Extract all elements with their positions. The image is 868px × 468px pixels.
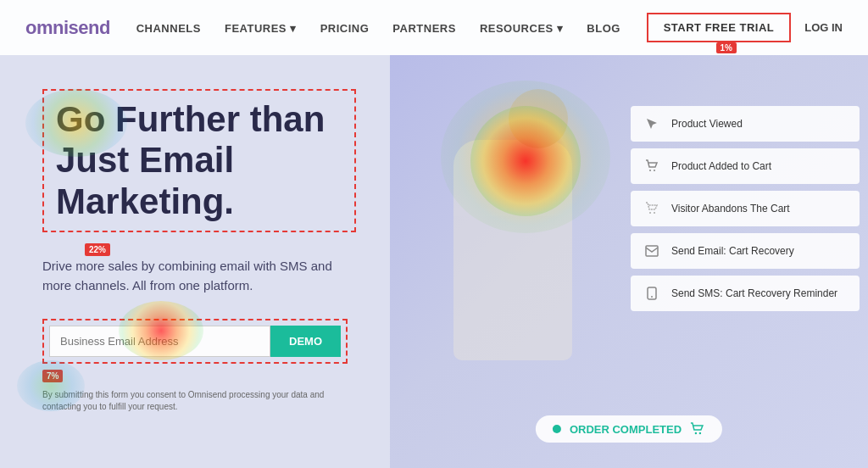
- workflow-card-2: Product Added to Cart: [631, 148, 860, 184]
- demo-button[interactable]: DEMO: [270, 326, 341, 357]
- nav-item-blog[interactable]: BLOG: [587, 20, 620, 36]
- svg-point-0: [649, 170, 651, 171]
- svg-rect-4: [646, 246, 658, 256]
- workflow-card-4: Send Email: Cart Recovery: [631, 233, 860, 269]
- nav-links: CHANNELS FEATURES ▾ PRICING PARTNERS RES…: [136, 20, 620, 36]
- workflow-label-4: Send Email: Cart Recovery: [671, 245, 794, 257]
- order-completed: ORDER COMPLETED: [536, 415, 722, 443]
- workflow-label-1: Product Viewed: [671, 118, 743, 130]
- cart-complete-icon: [690, 422, 705, 436]
- right-panel: Product Viewed Product Added to Cart Vis…: [390, 55, 868, 468]
- nav-right: START FREE TRIAL LOG IN: [647, 13, 843, 42]
- workflow-card-1: Product Viewed: [631, 106, 860, 142]
- nav-link-features[interactable]: FEATURES ▾: [225, 22, 297, 35]
- logo-highlight: send: [69, 17, 110, 38]
- nav-link-resources[interactable]: RESOURCES ▾: [480, 22, 563, 35]
- cart-add-icon: [643, 157, 661, 176]
- headline-badge: 22%: [85, 243, 110, 256]
- svg-point-3: [654, 212, 655, 214]
- svg-point-1: [654, 170, 655, 171]
- workflow-card-5: Send SMS: Cart Recovery Reminder: [631, 276, 860, 311]
- svg-point-7: [695, 432, 697, 434]
- person-area: [415, 89, 610, 428]
- trial-button[interactable]: START FREE TRIAL: [647, 13, 792, 42]
- nav-link-partners[interactable]: PARTNERS: [392, 22, 456, 35]
- email-icon: [643, 242, 661, 260]
- logo-prefix: omni: [25, 17, 69, 38]
- hero-subheadline: Drive more sales by combining email with…: [42, 256, 356, 296]
- nav-item-partners[interactable]: PARTNERS: [392, 20, 456, 36]
- heat-badge-trial: 1%: [716, 42, 737, 53]
- navbar: omnisend CHANNELS FEATURES ▾ PRICING PAR…: [0, 0, 868, 55]
- svg-point-8: [699, 432, 701, 434]
- cart-abandon-icon: [643, 199, 661, 218]
- svg-point-2: [649, 212, 651, 214]
- main-content: Go Further than Just Email Marketing. 22…: [0, 55, 868, 468]
- workflow-label-3: Visitor Abandons The Cart: [671, 203, 790, 214]
- nav-item-channels[interactable]: CHANNELS: [136, 20, 201, 36]
- workflow-card-3: Visitor Abandons The Cart: [631, 191, 860, 226]
- order-completed-label: ORDER COMPLETED: [570, 423, 682, 436]
- nav-link-pricing[interactable]: PRICING: [320, 22, 370, 35]
- consent-text: By submitting this form you consent to O…: [42, 389, 331, 413]
- sms-icon: [643, 284, 661, 303]
- order-dot: [553, 425, 561, 433]
- nav-link-blog[interactable]: BLOG: [587, 22, 620, 35]
- workflow-cards: Product Viewed Product Added to Cart Vis…: [631, 106, 860, 311]
- nav-link-channels[interactable]: CHANNELS: [136, 22, 201, 35]
- email-form-box: DEMO: [42, 319, 348, 364]
- workflow-label-5: Send SMS: Cart Recovery Reminder: [671, 287, 837, 299]
- cursor-icon: [643, 114, 661, 133]
- workflow-label-2: Product Added to Cart: [671, 160, 771, 172]
- login-button[interactable]: LOG IN: [804, 21, 843, 34]
- nav-item-resources[interactable]: RESOURCES ▾: [480, 20, 563, 36]
- nav-item-features[interactable]: FEATURES ▾: [225, 20, 297, 36]
- left-panel: Go Further than Just Email Marketing. 22…: [0, 55, 390, 468]
- form-badge: 7%: [42, 370, 63, 382]
- nav-item-pricing[interactable]: PRICING: [320, 20, 370, 36]
- hero-headline: Go Further than Just Email Marketing.: [56, 99, 342, 222]
- email-input[interactable]: [49, 326, 270, 357]
- logo[interactable]: omnisend: [25, 17, 110, 39]
- headline-box: Go Further than Just Email Marketing.: [42, 89, 356, 232]
